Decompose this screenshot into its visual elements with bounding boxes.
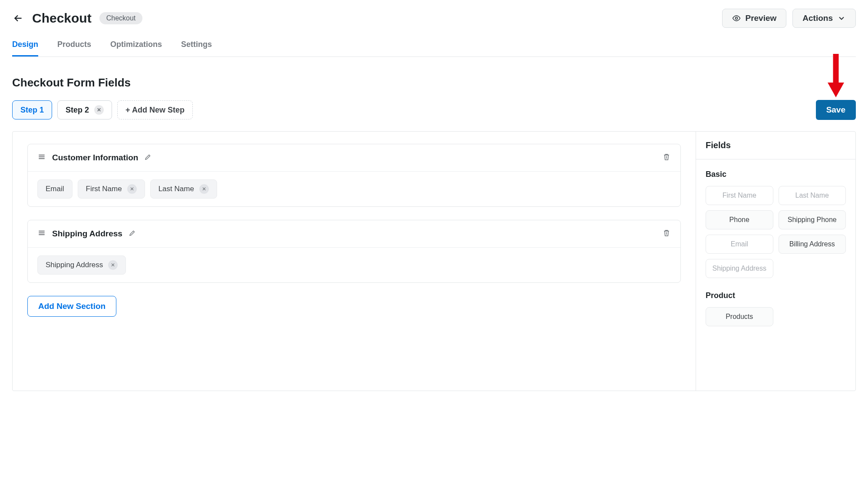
svg-marker-2 (828, 83, 844, 97)
actions-button[interactable]: Actions (792, 9, 856, 28)
section-card-title: Customer Information (52, 153, 138, 162)
sidebar-field-pill[interactable]: Shipping Address (706, 259, 773, 278)
tab-products[interactable]: Products (57, 40, 91, 56)
tab-optimizations[interactable]: Optimizations (110, 40, 162, 56)
page-title: Checkout (32, 11, 92, 26)
sidebar-body: BasicFirst NameLast NamePhoneShipping Ph… (696, 159, 855, 335)
tab-design[interactable]: Design (12, 40, 38, 56)
drag-handle-icon[interactable] (37, 229, 46, 239)
sidebar-field-pill[interactable]: Shipping Phone (779, 210, 846, 229)
step-chip-2[interactable]: Step 2✕ (57, 100, 112, 119)
section-card-head-left: Shipping Address (37, 229, 136, 239)
section-card-head-left: Customer Information (37, 152, 152, 163)
edit-icon[interactable] (144, 153, 152, 162)
chevron-down-icon (837, 14, 846, 23)
close-icon[interactable]: ✕ (94, 105, 104, 115)
tab-row: DesignProductsOptimizationsSettings (12, 40, 856, 57)
tab-settings[interactable]: Settings (181, 40, 212, 56)
edit-icon[interactable] (129, 229, 136, 239)
section-card-head: Customer Information (28, 144, 680, 172)
preview-label: Preview (745, 13, 776, 23)
steps-left: Step 1Step 2✕+ Add New Step (12, 100, 193, 119)
section-card-body: Shipping Address✕ (28, 248, 680, 282)
steps-row: Step 1Step 2✕+ Add New Step Save (12, 100, 856, 120)
eye-icon (732, 14, 741, 23)
step-label: Step 1 (20, 106, 44, 115)
actions-label: Actions (802, 13, 833, 23)
sidebar-field-pill[interactable]: Products (706, 307, 773, 326)
back-button[interactable] (12, 12, 24, 24)
main-layout: Customer InformationEmailFirst Name✕Last… (12, 131, 856, 391)
sidebar-field-grid: First NameLast NamePhoneShipping PhoneEm… (706, 186, 846, 278)
arrow-left-icon (13, 13, 24, 24)
field-chip[interactable]: Last Name✕ (150, 179, 217, 199)
sidebar-group-title: Basic (706, 170, 846, 179)
section-card: Shipping AddressShipping Address✕ (27, 220, 681, 283)
add-step-button[interactable]: + Add New Step (117, 100, 193, 119)
field-chip-label: Email (46, 185, 64, 193)
step-chip-1[interactable]: Step 1 (12, 100, 52, 119)
save-button[interactable]: Save (816, 100, 856, 120)
page-type-badge: Checkout (99, 12, 143, 24)
drag-handle-icon[interactable] (37, 152, 46, 163)
preview-button[interactable]: Preview (722, 9, 786, 28)
trash-icon[interactable] (662, 152, 671, 163)
sidebar-field-pill[interactable]: Billing Address (779, 235, 846, 254)
field-chip-label: Last Name (158, 185, 194, 193)
step-label: Step 2 (66, 106, 89, 115)
field-chip[interactable]: Email (37, 179, 73, 199)
sidebar-title: Fields (696, 132, 855, 159)
save-button-wrap: Save (816, 100, 856, 120)
section-card-head: Shipping Address (28, 220, 680, 248)
sidebar-group-title: Product (706, 291, 846, 300)
annotation-red-arrow-icon (826, 51, 846, 99)
field-chip[interactable]: First Name✕ (78, 179, 145, 199)
section-card-body: EmailFirst Name✕Last Name✕ (28, 172, 680, 206)
sidebar-field-pill[interactable]: Email (706, 235, 773, 254)
trash-icon[interactable] (662, 228, 671, 239)
page-header: Checkout Checkout Preview Actions (12, 9, 856, 28)
header-right: Preview Actions (722, 9, 856, 28)
sidebar-field-grid: Products (706, 307, 846, 326)
field-chip-label: First Name (86, 185, 122, 193)
section-card-title: Shipping Address (52, 229, 122, 239)
svg-point-0 (736, 17, 738, 20)
fields-sidebar: Fields BasicFirst NameLast NamePhoneShip… (696, 132, 855, 391)
sidebar-field-pill[interactable]: Last Name (779, 186, 846, 205)
field-chip-label: Shipping Address (46, 261, 103, 269)
header-left: Checkout Checkout (12, 11, 142, 26)
section-title: Checkout Form Fields (12, 76, 856, 90)
section-card: Customer InformationEmailFirst Name✕Last… (27, 144, 681, 207)
field-chip[interactable]: Shipping Address✕ (37, 255, 126, 275)
close-icon[interactable]: ✕ (127, 184, 137, 194)
close-icon[interactable]: ✕ (108, 260, 118, 270)
add-section-button[interactable]: Add New Section (27, 296, 116, 317)
close-icon[interactable]: ✕ (199, 184, 209, 194)
main-left: Customer InformationEmailFirst Name✕Last… (13, 132, 696, 391)
sidebar-field-pill[interactable]: Phone (706, 210, 773, 229)
sidebar-field-pill[interactable]: First Name (706, 186, 773, 205)
